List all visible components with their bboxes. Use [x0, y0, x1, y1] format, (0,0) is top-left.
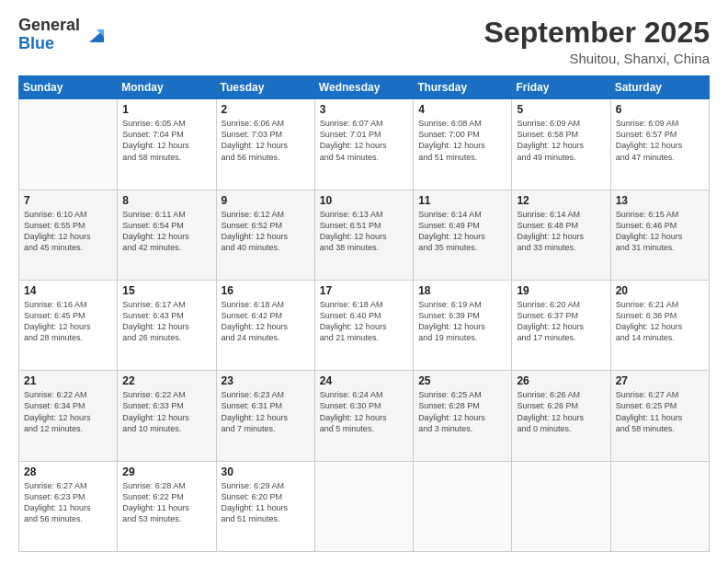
calendar-day-cell [414, 461, 512, 551]
day-number: 2 [222, 103, 310, 116]
calendar-week-row: 1Sunrise: 6:05 AM Sunset: 7:04 PM Daylig… [19, 99, 710, 190]
day-info: Sunrise: 6:17 AM Sunset: 6:43 PM Dayligh… [122, 299, 210, 344]
day-number: 11 [418, 194, 506, 207]
day-number: 28 [24, 465, 112, 478]
day-number: 4 [418, 103, 506, 116]
calendar-table: SundayMondayTuesdayWednesdayThursdayFrid… [18, 75, 710, 552]
calendar-day-cell: 14Sunrise: 6:16 AM Sunset: 6:45 PM Dayli… [19, 280, 118, 370]
day-info: Sunrise: 6:15 AM Sunset: 6:46 PM Dayligh… [616, 209, 704, 254]
logo-icon [84, 22, 109, 48]
calendar-day-cell [610, 461, 709, 551]
day-info: Sunrise: 6:18 AM Sunset: 6:42 PM Dayligh… [222, 299, 310, 344]
day-info: Sunrise: 6:07 AM Sunset: 7:01 PM Dayligh… [320, 118, 408, 163]
calendar-header-sunday: Sunday [19, 76, 118, 99]
calendar-day-cell: 7Sunrise: 6:10 AM Sunset: 6:55 PM Daylig… [19, 190, 118, 280]
day-number: 13 [616, 194, 704, 207]
calendar-day-cell: 18Sunrise: 6:19 AM Sunset: 6:39 PM Dayli… [414, 280, 512, 370]
calendar-header-friday: Friday [512, 76, 610, 99]
calendar-day-cell: 5Sunrise: 6:09 AM Sunset: 6:58 PM Daylig… [512, 99, 610, 190]
day-info: Sunrise: 6:29 AM Sunset: 6:20 PM Dayligh… [222, 480, 310, 525]
day-number: 1 [122, 103, 210, 116]
calendar-day-cell: 25Sunrise: 6:25 AM Sunset: 6:28 PM Dayli… [414, 371, 512, 461]
day-number: 7 [24, 194, 112, 207]
calendar-day-cell: 24Sunrise: 6:24 AM Sunset: 6:30 PM Dayli… [314, 371, 413, 461]
day-number: 8 [122, 194, 210, 207]
day-info: Sunrise: 6:22 AM Sunset: 6:33 PM Dayligh… [122, 389, 210, 434]
calendar-header-tuesday: Tuesday [216, 76, 314, 99]
calendar-day-cell: 21Sunrise: 6:22 AM Sunset: 6:34 PM Dayli… [19, 371, 118, 461]
day-info: Sunrise: 6:20 AM Sunset: 6:37 PM Dayligh… [517, 299, 605, 344]
day-number: 5 [517, 103, 605, 116]
day-info: Sunrise: 6:24 AM Sunset: 6:30 PM Dayligh… [320, 389, 408, 434]
calendar-day-cell: 2Sunrise: 6:06 AM Sunset: 7:03 PM Daylig… [216, 99, 314, 190]
day-number: 22 [122, 374, 210, 387]
day-number: 19 [517, 284, 605, 297]
day-number: 23 [222, 374, 310, 387]
day-number: 26 [517, 374, 605, 387]
day-number: 14 [24, 284, 112, 297]
day-number: 29 [122, 465, 210, 478]
day-info: Sunrise: 6:27 AM Sunset: 6:25 PM Dayligh… [616, 389, 704, 434]
page: General Blue September 2025 Shuitou, Sha… [0, 0, 728, 563]
month-title: September 2025 [484, 17, 710, 49]
calendar-week-row: 14Sunrise: 6:16 AM Sunset: 6:45 PM Dayli… [19, 280, 710, 370]
day-info: Sunrise: 6:10 AM Sunset: 6:55 PM Dayligh… [24, 209, 112, 254]
day-info: Sunrise: 6:12 AM Sunset: 6:52 PM Dayligh… [222, 209, 310, 254]
calendar-day-cell: 29Sunrise: 6:28 AM Sunset: 6:22 PM Dayli… [118, 461, 216, 551]
calendar-week-row: 28Sunrise: 6:27 AM Sunset: 6:23 PM Dayli… [19, 461, 710, 551]
day-number: 3 [320, 103, 408, 116]
calendar-header-thursday: Thursday [414, 76, 512, 99]
calendar-day-cell: 26Sunrise: 6:26 AM Sunset: 6:26 PM Dayli… [512, 371, 610, 461]
calendar-day-cell: 4Sunrise: 6:08 AM Sunset: 7:00 PM Daylig… [414, 99, 512, 190]
calendar-header-row: SundayMondayTuesdayWednesdayThursdayFrid… [19, 76, 710, 99]
day-number: 27 [616, 374, 704, 387]
day-info: Sunrise: 6:09 AM Sunset: 6:58 PM Dayligh… [517, 118, 605, 163]
calendar-day-cell: 15Sunrise: 6:17 AM Sunset: 6:43 PM Dayli… [118, 280, 216, 370]
location: Shuitou, Shanxi, China [484, 51, 710, 66]
calendar-day-cell: 27Sunrise: 6:27 AM Sunset: 6:25 PM Dayli… [610, 371, 709, 461]
logo: General Blue [18, 17, 109, 53]
day-info: Sunrise: 6:26 AM Sunset: 6:26 PM Dayligh… [517, 389, 605, 434]
calendar-day-cell: 30Sunrise: 6:29 AM Sunset: 6:20 PM Dayli… [216, 461, 314, 551]
calendar-header-monday: Monday [118, 76, 216, 99]
day-number: 30 [222, 465, 310, 478]
calendar-day-cell [19, 99, 118, 190]
calendar-day-cell: 20Sunrise: 6:21 AM Sunset: 6:36 PM Dayli… [610, 280, 709, 370]
day-info: Sunrise: 6:25 AM Sunset: 6:28 PM Dayligh… [418, 389, 506, 434]
calendar-day-cell: 12Sunrise: 6:14 AM Sunset: 6:48 PM Dayli… [512, 190, 610, 280]
header: General Blue September 2025 Shuitou, Sha… [18, 17, 710, 66]
day-number: 25 [418, 374, 506, 387]
day-number: 24 [320, 374, 408, 387]
day-info: Sunrise: 6:11 AM Sunset: 6:54 PM Dayligh… [122, 209, 210, 254]
calendar-day-cell: 3Sunrise: 6:07 AM Sunset: 7:01 PM Daylig… [314, 99, 413, 190]
day-number: 16 [222, 284, 310, 297]
calendar-day-cell: 9Sunrise: 6:12 AM Sunset: 6:52 PM Daylig… [216, 190, 314, 280]
calendar-day-cell [314, 461, 413, 551]
day-number: 6 [616, 103, 704, 116]
title-section: September 2025 Shuitou, Shanxi, China [484, 17, 710, 66]
calendar-header-wednesday: Wednesday [314, 76, 413, 99]
calendar-day-cell: 13Sunrise: 6:15 AM Sunset: 6:46 PM Dayli… [610, 190, 709, 280]
calendar-header-saturday: Saturday [610, 76, 709, 99]
calendar-week-row: 7Sunrise: 6:10 AM Sunset: 6:55 PM Daylig… [19, 190, 710, 280]
calendar-day-cell: 8Sunrise: 6:11 AM Sunset: 6:54 PM Daylig… [118, 190, 216, 280]
day-info: Sunrise: 6:21 AM Sunset: 6:36 PM Dayligh… [616, 299, 704, 344]
day-info: Sunrise: 6:14 AM Sunset: 6:48 PM Dayligh… [517, 209, 605, 254]
calendar-day-cell: 23Sunrise: 6:23 AM Sunset: 6:31 PM Dayli… [216, 371, 314, 461]
day-info: Sunrise: 6:28 AM Sunset: 6:22 PM Dayligh… [122, 480, 210, 525]
day-number: 9 [222, 194, 310, 207]
calendar-day-cell: 10Sunrise: 6:13 AM Sunset: 6:51 PM Dayli… [314, 190, 413, 280]
day-info: Sunrise: 6:06 AM Sunset: 7:03 PM Dayligh… [222, 118, 310, 163]
day-info: Sunrise: 6:23 AM Sunset: 6:31 PM Dayligh… [222, 389, 310, 434]
day-number: 21 [24, 374, 112, 387]
day-info: Sunrise: 6:08 AM Sunset: 7:00 PM Dayligh… [418, 118, 506, 163]
calendar-day-cell: 19Sunrise: 6:20 AM Sunset: 6:37 PM Dayli… [512, 280, 610, 370]
calendar-day-cell: 6Sunrise: 6:09 AM Sunset: 6:57 PM Daylig… [610, 99, 709, 190]
calendar-day-cell: 28Sunrise: 6:27 AM Sunset: 6:23 PM Dayli… [19, 461, 118, 551]
day-info: Sunrise: 6:05 AM Sunset: 7:04 PM Dayligh… [122, 118, 210, 163]
day-info: Sunrise: 6:18 AM Sunset: 6:40 PM Dayligh… [320, 299, 408, 344]
calendar-day-cell: 22Sunrise: 6:22 AM Sunset: 6:33 PM Dayli… [118, 371, 216, 461]
day-info: Sunrise: 6:13 AM Sunset: 6:51 PM Dayligh… [320, 209, 408, 254]
day-info: Sunrise: 6:16 AM Sunset: 6:45 PM Dayligh… [24, 299, 112, 344]
calendar-day-cell: 16Sunrise: 6:18 AM Sunset: 6:42 PM Dayli… [216, 280, 314, 370]
